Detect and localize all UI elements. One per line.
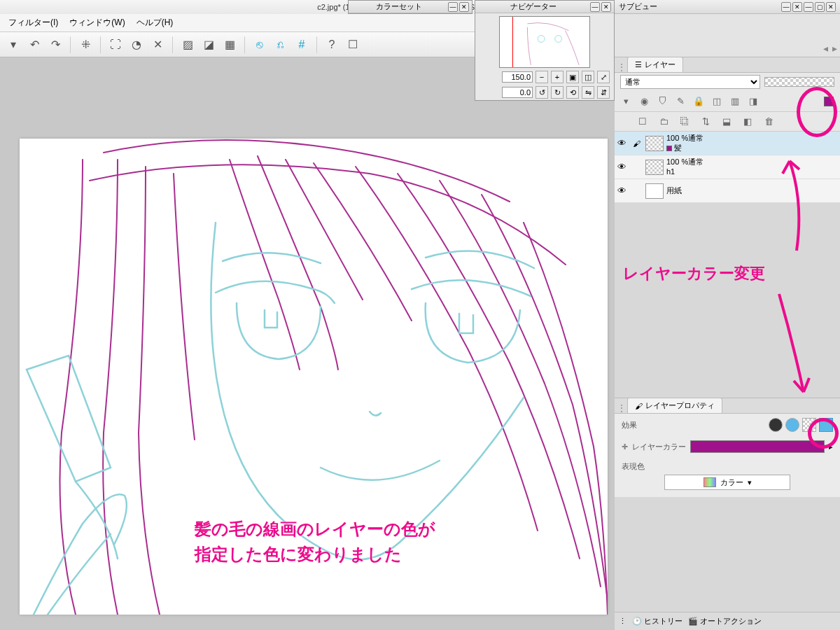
minimize-icon[interactable]: — (590, 2, 600, 12)
subview-title: サブビュー (619, 1, 780, 12)
maximize-icon[interactable]: ▢ (815, 2, 825, 12)
clear-icon[interactable]: ⁜ (76, 36, 94, 54)
prev-icon[interactable]: ◂ (823, 43, 828, 54)
combine-icon[interactable]: ◧ (741, 115, 755, 129)
layer-thumbnail[interactable] (645, 183, 664, 199)
color-mode-select[interactable]: カラー ▾ (664, 475, 790, 490)
navigator-thumbnail[interactable] (499, 16, 590, 68)
help-icon[interactable]: ? (323, 36, 341, 54)
zoom-out-icon[interactable]: − (536, 71, 548, 83)
layer-thumbnail[interactable] (645, 160, 664, 175)
layer-tab[interactable]: ☰ レイヤー (627, 57, 683, 72)
layer-thumbnail[interactable] (645, 136, 664, 151)
workspace: 髪の毛の線画のレイヤーの色が 指定した色に変わりました (0, 57, 615, 630)
zoom-input[interactable] (502, 71, 533, 83)
flip-v-icon[interactable]: ⇵ (597, 86, 610, 99)
visibility-icon[interactable]: 👁 (617, 162, 630, 172)
transfer-icon[interactable]: ⇅ (699, 115, 713, 129)
rotate-input[interactable] (502, 87, 533, 98)
border-effect-icon[interactable] (769, 418, 783, 432)
next-icon[interactable]: ▸ (832, 43, 837, 54)
layer-property-panel: ⋮ 🖌 レイヤープロパティ 効果 ✚ レイヤーカラー ▸ 表現色 (615, 398, 840, 497)
minimize-icon[interactable]: — (448, 2, 458, 12)
redo-icon[interactable]: ↷ (46, 36, 64, 54)
select-border-icon[interactable]: ▦ (220, 36, 239, 54)
clip-icon[interactable]: ◨ (746, 94, 760, 108)
palette-icon[interactable]: ◉ (637, 94, 651, 108)
ruler-icon[interactable]: ▥ (728, 94, 742, 108)
annotation-circle (797, 87, 837, 137)
subview-header: サブビュー — ✕ — ▢ ✕ (615, 0, 840, 14)
select-invert-icon[interactable]: ▨ (178, 36, 197, 54)
minimize-icon[interactable]: — (804, 2, 813, 12)
mask-icon[interactable]: ◫ (710, 94, 724, 108)
rotate-right-icon[interactable]: ↻ (551, 86, 564, 99)
new-folder-icon[interactable]: 🗀 (657, 115, 671, 129)
zoom-whole-icon[interactable]: ⤢ (597, 71, 610, 83)
autoaction-tab[interactable]: オートアクション (700, 616, 762, 626)
close-icon[interactable]: ✕ (601, 2, 611, 12)
delete-icon[interactable]: 🗑 (762, 115, 776, 129)
brush-icon: 🖌 (635, 402, 643, 410)
dropdown-icon[interactable]: ▾ (619, 94, 633, 108)
zoom-in-icon[interactable]: + (551, 71, 564, 83)
close-icon[interactable]: ✕ (792, 2, 802, 12)
visibility-icon[interactable]: 👁 (617, 186, 630, 196)
lock-icon[interactable]: 🔒 (692, 94, 706, 108)
navigator-panel: ナビゲーター — ✕ − + ▣ ◫ ⤢ ↺ ↻ ⟲ ⇋ ⇵ (475, 0, 615, 101)
svg-point-0 (538, 36, 545, 43)
panel-grip-icon[interactable]: ⋮ (617, 62, 627, 72)
draft-icon[interactable]: ✎ (673, 94, 687, 108)
duplicate-icon[interactable]: ⿻ (678, 115, 692, 129)
layer-color-bar[interactable] (690, 440, 825, 453)
annotation-arrow-up (776, 153, 818, 258)
reference-icon[interactable]: ⛉ (655, 94, 669, 108)
transform-icon[interactable]: ⛶ (106, 36, 125, 54)
right-annotation: レイヤーカラー変更 (623, 263, 765, 284)
tone-effect-icon[interactable] (785, 418, 799, 432)
annotation-circle (808, 418, 839, 449)
erase-outside-icon[interactable]: ◔ (127, 36, 146, 54)
blend-mode-select[interactable]: 通常 (620, 75, 760, 89)
close-icon[interactable]: ✕ (826, 2, 836, 12)
express-color-label: 表現色 (622, 462, 645, 470)
layer-row[interactable]: 👁 🖌 100 %通常 髪 (615, 132, 840, 155)
subview-body: ◂ ▸ (615, 14, 840, 57)
history-tab[interactable]: ヒストリー (644, 616, 682, 626)
snap-grid-icon[interactable]: # (293, 36, 311, 54)
layer-property-tab[interactable]: 🖌 レイヤープロパティ (627, 398, 722, 413)
menu-help[interactable]: ヘルプ(H) (131, 15, 179, 31)
snap-ruler-icon[interactable]: ⎋ (251, 36, 269, 54)
brush-icon: 🖌 (633, 139, 643, 148)
layer-color-label: レイヤーカラー (632, 442, 686, 452)
svg-point-1 (555, 36, 562, 43)
rotate-reset-icon[interactable]: ⟲ (566, 86, 579, 99)
crop-icon[interactable]: ✕ (148, 36, 167, 54)
history-icon: 🕑 (632, 617, 642, 626)
dropdown-icon[interactable]: ▾ (4, 36, 22, 54)
new-layer-icon[interactable]: ☐ (636, 115, 650, 129)
undo-icon[interactable]: ↶ (25, 36, 43, 54)
menu-window[interactable]: ウィンドウ(W) (64, 15, 130, 31)
close-icon[interactable]: ✕ (459, 2, 469, 12)
minimize-icon[interactable]: — (781, 2, 791, 12)
panel-grip-icon[interactable]: ⋮ (619, 617, 626, 626)
select-show-icon[interactable]: ◪ (200, 36, 218, 54)
menu-filter[interactable]: フィルター(I) (3, 15, 64, 31)
snap-special-icon[interactable]: ⎌ (272, 36, 290, 54)
support-icon[interactable]: ☐ (344, 36, 362, 54)
visibility-icon[interactable]: 👁 (617, 138, 630, 148)
panel-grip-icon[interactable]: ⋮ (617, 403, 627, 413)
actual-size-icon[interactable]: ◫ (582, 71, 594, 83)
flip-h-icon[interactable]: ⇋ (582, 86, 594, 99)
navigator-title: ナビゲーター (478, 1, 589, 12)
canvas[interactable]: 髪の毛の線画のレイヤーの色が 指定した色に変わりました (20, 139, 608, 615)
rotate-left-icon[interactable]: ↺ (536, 86, 548, 99)
action-icon: 🎬 (688, 617, 698, 626)
annotation-arrow-down (769, 287, 818, 399)
merge-icon[interactable]: ⬓ (720, 115, 734, 129)
dropdown-icon: ▾ (748, 478, 752, 487)
opacity-slider[interactable] (764, 77, 834, 87)
right-dock: サブビュー — ✕ — ▢ ✕ ◂ ▸ ⋮ ☰ レイヤー 通常 ▾ ◉ ⛉ ✎ (615, 0, 840, 630)
fit-screen-icon[interactable]: ▣ (566, 71, 579, 83)
